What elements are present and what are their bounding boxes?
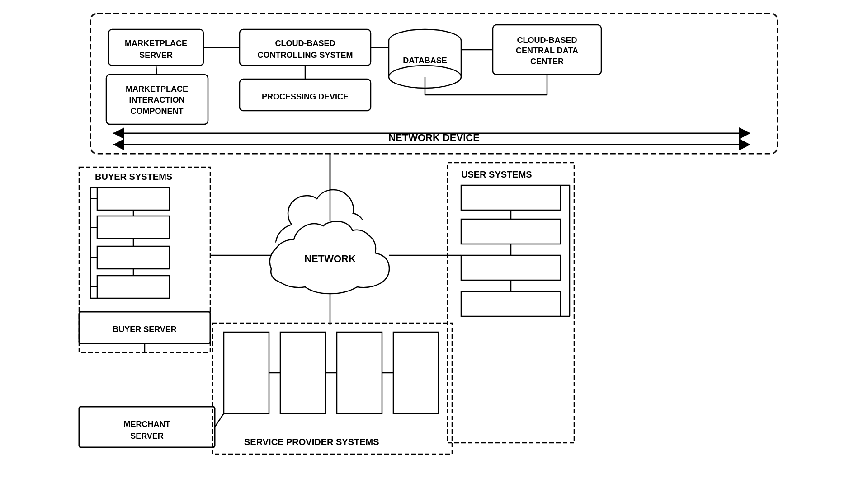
network-device-arrow-left2	[113, 139, 124, 150]
sp-box-1	[224, 332, 269, 413]
network-device-label: NETWORK DEVICE	[388, 132, 480, 143]
cloud-central-label: CLOUD-BASED	[517, 36, 577, 45]
buyer-systems-label: BUYER SYSTEMS	[95, 172, 172, 182]
marketplace-interaction-label3: COMPONENT	[131, 107, 184, 116]
network-device-arrow-left	[113, 127, 124, 139]
processing-device-label: PROCESSING DEVICE	[262, 92, 349, 101]
cloud-controlling-label2: CONTROLLING SYSTEM	[258, 51, 353, 60]
buyer-server-label: BUYER SERVER	[113, 325, 177, 334]
cloud-central-label3: CENTER	[530, 57, 564, 66]
marketplace-interaction-label2: INTERACTION	[129, 95, 185, 104]
buyer-box-4	[97, 276, 170, 298]
user-box-1	[461, 185, 561, 210]
sp-box-3	[337, 332, 382, 413]
diagram-container: MARKETPLACE SERVER CLOUD-BASED CONTROLLI…	[0, 0, 868, 488]
buyer-box-3	[97, 246, 170, 269]
user-box-4	[461, 291, 561, 316]
cloud-label: NETWORK	[304, 253, 356, 264]
network-device-arrow-right2	[739, 139, 750, 150]
marketplace-server-label2: SERVER	[139, 51, 173, 60]
user-systems-label: USER SYSTEMS	[461, 169, 532, 179]
user-box-3	[461, 255, 561, 280]
cloud-central-label2: CENTRAL DATA	[516, 46, 578, 55]
marketplace-interaction-label: MARKETPLACE	[126, 84, 188, 94]
user-box-2	[461, 219, 561, 244]
service-provider-label: SERVICE PROVIDER SYSTEMS	[244, 437, 379, 447]
buyer-box-2	[97, 216, 170, 239]
network-device-arrow-right	[739, 127, 750, 139]
merchant-to-sp-line	[215, 413, 224, 427]
conn-ms-mic	[156, 66, 157, 75]
sp-box-2	[280, 332, 326, 413]
cloud-controlling-label: CLOUD-BASED	[275, 39, 335, 48]
merchant-server-label2: SERVER	[130, 432, 164, 441]
sp-box-4	[393, 332, 439, 413]
marketplace-server-label: MARKETPLACE	[125, 39, 187, 48]
database-label: DATABASE	[403, 56, 447, 65]
buyer-box-1	[97, 188, 170, 210]
merchant-server-label: MERCHANT	[124, 420, 170, 429]
